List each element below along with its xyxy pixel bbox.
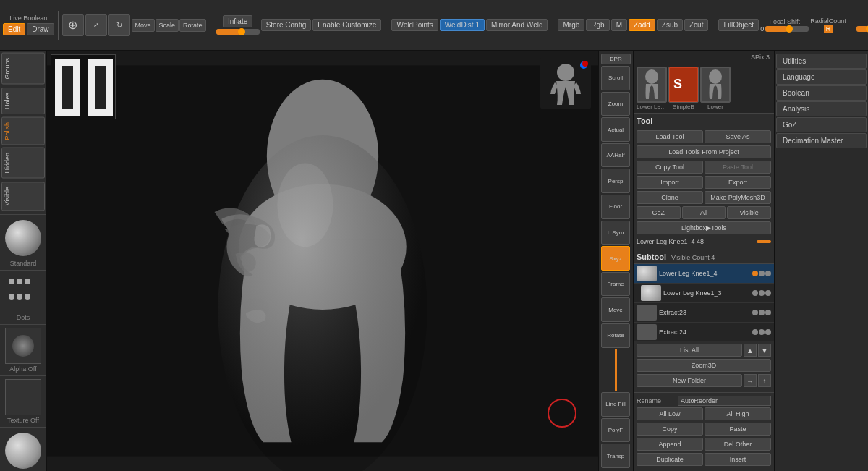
subtool-item-1[interactable]: Lower Leg Knee1_3 — [634, 284, 774, 303]
inflate-button[interactable]: Inflate — [223, 15, 252, 27]
material-sphere[interactable] — [5, 433, 41, 469]
copy-tool-btn[interactable]: Copy Tool — [637, 161, 703, 174]
store-config-button[interactable]: Store Config — [261, 19, 312, 31]
persp-btn[interactable]: Persp — [601, 169, 630, 193]
edit-button[interactable]: Edit — [3, 23, 25, 35]
polyf-btn[interactable]: PolyF — [601, 418, 630, 443]
tool-thumb-img-1[interactable] — [637, 67, 667, 103]
inflate-slider[interactable] — [216, 29, 260, 35]
focal-shift-slider[interactable] — [765, 26, 809, 32]
zoom-btn[interactable]: Zoom — [601, 92, 630, 116]
rotate-btn-v[interactable]: Rotate — [601, 323, 630, 348]
arrow-up-btn[interactable]: ▲ — [744, 344, 757, 357]
goz-btn[interactable]: GoZ — [637, 206, 681, 219]
hidden-tab[interactable]: Hidden — [1, 148, 45, 179]
move-scale-btn[interactable]: ⊕ — [62, 14, 84, 36]
del-other-btn[interactable]: Del Other — [705, 438, 771, 451]
export-btn[interactable]: Export — [705, 176, 771, 189]
lightbox-btn[interactable]: Lightbox▶Tools — [637, 221, 771, 234]
dot3 — [25, 279, 30, 284]
texture-preview[interactable] — [5, 379, 41, 415]
paste-tool-btn[interactable]: Paste Tool — [705, 161, 771, 174]
tool-thumb-label-2: SimpleB — [673, 103, 694, 110]
subtool-dot-2a — [752, 310, 758, 315]
mrgb-button[interactable]: Mrgb — [558, 19, 584, 31]
groups-tab[interactable]: Groups — [1, 53, 45, 85]
actual-btn[interactable]: Actual — [601, 117, 630, 142]
copy-rename-btn[interactable]: Copy — [637, 423, 703, 436]
copy-paste-rename-row: Copy Paste — [637, 423, 771, 436]
move-btn-v[interactable]: Move — [601, 297, 630, 322]
boolean-btn[interactable]: Boolean — [776, 85, 867, 101]
zoom3d-btn[interactable]: Zoom3D — [637, 359, 771, 372]
mirror-and-weld-button[interactable]: Mirror And Weld — [486, 19, 548, 31]
import-btn[interactable]: Import — [637, 176, 703, 189]
zadd-button[interactable]: Zadd — [629, 19, 655, 31]
texture-off-label: Texture Off — [7, 417, 39, 424]
rotate-btn2[interactable]: Rotate — [179, 19, 206, 32]
append-btn[interactable]: Append — [637, 438, 703, 451]
load-tools-project-btn[interactable]: Load Tools From Project — [637, 145, 771, 158]
dot6 — [25, 294, 30, 300]
clone-btn[interactable]: Clone — [637, 191, 703, 204]
polish-tab[interactable]: Polish — [1, 117, 45, 145]
tool-thumb-img-2[interactable]: S — [668, 67, 699, 103]
subtool-item-2[interactable]: Extract23 — [634, 303, 774, 323]
xyz-btn[interactable]: Sxyz — [601, 246, 630, 271]
insert-btn[interactable]: Insert — [705, 453, 771, 466]
weld-dist-button[interactable]: WeldDist 1 — [440, 19, 485, 31]
m-button[interactable]: M — [611, 19, 627, 31]
all-high-btn[interactable]: All High — [705, 407, 771, 420]
subtool-item-0[interactable]: Lower Leg Knee1_4 — [634, 264, 774, 284]
subtool-item-3[interactable]: Extract24 — [634, 323, 774, 341]
standard-brush-preview[interactable] — [5, 220, 41, 256]
leg-thumb-svg — [638, 68, 665, 101]
decimation-master-btn[interactable]: Decimation Master — [776, 133, 867, 148]
all-btn[interactable]: All — [682, 206, 726, 219]
aahalf-btn[interactable]: AAHalf — [601, 143, 630, 168]
frame-btn[interactable]: Frame — [601, 272, 630, 297]
visible-tab[interactable]: Visible — [1, 182, 45, 211]
analysis-btn[interactable]: Analysis — [776, 101, 867, 116]
nav-gizmo[interactable] — [540, 58, 591, 109]
draw-size-slider[interactable] — [856, 26, 868, 32]
transp-btn[interactable]: Transp — [601, 444, 630, 468]
duplicate-btn[interactable]: Duplicate — [637, 453, 703, 466]
alpha-preview[interactable] — [5, 328, 41, 364]
subtool-dot-3a — [752, 329, 758, 335]
new-folder-btn[interactable]: New Folder — [637, 374, 742, 387]
move-btn[interactable]: Move — [132, 19, 155, 32]
all-low-btn[interactable]: All Low — [637, 407, 703, 420]
folder-arrow-btn[interactable]: → — [744, 374, 757, 387]
draw-button[interactable]: Draw — [27, 23, 54, 35]
scale-btn2[interactable]: Scale — [156, 19, 179, 32]
folder-arrow-btn2[interactable]: ↑ — [758, 374, 771, 387]
fill-object-button[interactable]: FillObject — [718, 19, 759, 31]
zsub-button[interactable]: Zsub — [657, 19, 683, 31]
scale-btn[interactable]: ⤢ — [85, 14, 107, 36]
rgb-button[interactable]: Rgb — [586, 19, 609, 31]
holes-tab[interactable]: Holes — [1, 88, 45, 114]
subtool-dot-1c — [765, 290, 771, 296]
paste-rename-btn[interactable]: Paste — [705, 423, 771, 436]
save-as-btn[interactable]: Save As — [705, 130, 771, 143]
enable-customize-button[interactable]: Enable Customize — [312, 19, 381, 31]
language-btn[interactable]: Language — [776, 69, 867, 85]
goz-utils-btn[interactable]: GoZ — [776, 117, 867, 132]
svg-point-13 — [582, 61, 588, 67]
utilities-btn[interactable]: Utilities — [776, 54, 867, 69]
lsym-btn[interactable]: L.Sym — [601, 221, 630, 245]
list-all-btn[interactable]: List All — [637, 344, 742, 357]
load-tool-btn[interactable]: Load Tool — [637, 130, 703, 143]
floor-btn[interactable]: Floor — [601, 195, 630, 219]
scroll-btn[interactable]: Scroll — [601, 66, 630, 90]
make-polymesh-btn[interactable]: Make PolyMesh3D — [705, 191, 771, 204]
weld-points-button[interactable]: WeldPoints — [391, 19, 438, 31]
arrow-down-btn[interactable]: ▼ — [758, 344, 771, 357]
rotate-btn[interactable]: ↻ — [109, 14, 130, 36]
zcut-button[interactable]: Zcut — [684, 19, 708, 31]
linefill-btn[interactable]: Line Fill — [601, 392, 630, 417]
canvas-area[interactable] — [47, 51, 598, 471]
tool-thumb-img-3[interactable] — [700, 67, 731, 103]
visible-btn[interactable]: Visible — [727, 206, 771, 219]
